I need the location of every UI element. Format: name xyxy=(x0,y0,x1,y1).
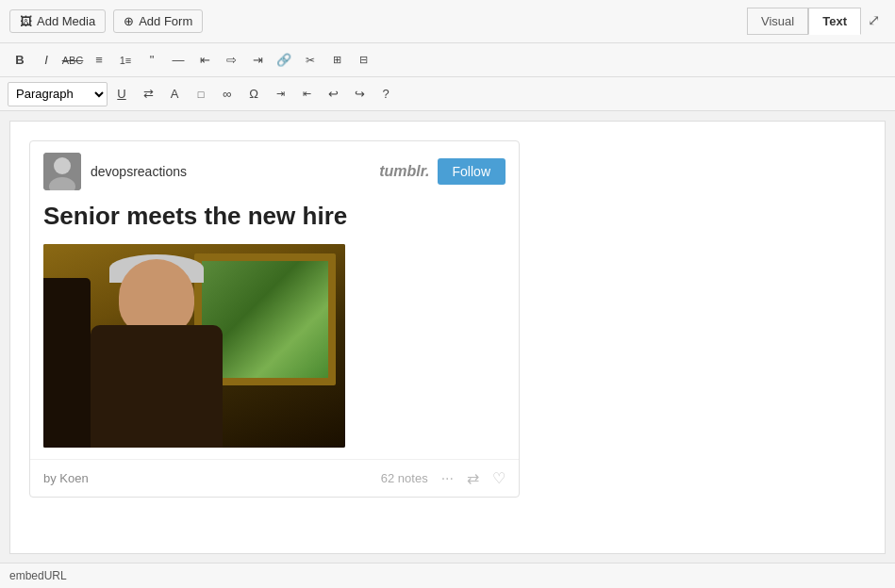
indent-button[interactable]: ⇥ xyxy=(268,82,292,106)
insert-more-button[interactable]: ⊞ xyxy=(324,48,349,73)
tumblr-username: devopsreactions xyxy=(91,164,187,179)
strikethrough-button[interactable]: ABC xyxy=(60,48,85,73)
underline-button[interactable]: U xyxy=(109,82,134,106)
tumblr-post-image xyxy=(43,244,345,448)
embed-url-label: embedURL xyxy=(9,569,67,582)
add-form-label: Add Form xyxy=(139,14,192,28)
main-person xyxy=(62,259,251,448)
top-toolbar: 🖼 Add Media ⊕ Add Form Visual Text ⤢ xyxy=(0,0,895,43)
add-media-label: Add Media xyxy=(37,14,95,28)
tumblr-brand: tumblr. Follow xyxy=(379,158,506,185)
tumblr-logo: tumblr. xyxy=(379,163,429,180)
unordered-list-button[interactable]: ≡ xyxy=(87,48,111,73)
like-icon[interactable]: ♡ xyxy=(492,469,506,487)
horizontal-rule-button[interactable]: — xyxy=(166,48,191,73)
italic-button[interactable]: I xyxy=(34,48,58,73)
tumblr-card-footer: by Koen 62 notes ··· ⇄ ♡ xyxy=(30,459,519,497)
bold-button[interactable]: B xyxy=(8,48,32,73)
tumblr-card-header: devopsreactions tumblr. Follow xyxy=(30,141,519,202)
align-right-button[interactable]: ⇥ xyxy=(245,48,270,73)
ordered-list-button[interactable]: 1≡ xyxy=(113,48,138,73)
kitchen-sink-button[interactable]: ⊟ xyxy=(351,48,375,73)
svg-point-1 xyxy=(54,157,71,174)
help-button[interactable]: ? xyxy=(373,82,398,106)
tumblr-card-body: Senior meets the new hire xyxy=(30,202,519,459)
tumblr-image-inner xyxy=(43,244,345,448)
undo-button[interactable]: ↩ xyxy=(321,82,345,106)
clear-formatting-button[interactable]: ∞ xyxy=(215,82,240,106)
add-media-button[interactable]: 🖼 Add Media xyxy=(9,9,106,33)
person-body xyxy=(91,325,223,448)
text-tab[interactable]: Text xyxy=(808,8,861,35)
link-button[interactable]: 🔗 xyxy=(272,48,296,73)
text-color-button[interactable]: A xyxy=(162,82,187,106)
top-toolbar-left: 🖼 Add Media ⊕ Add Form xyxy=(9,9,203,33)
status-bar: embedURL xyxy=(0,563,895,588)
add-form-button[interactable]: ⊕ Add Form xyxy=(113,9,203,33)
view-tabs: Visual Text ⤢ xyxy=(747,8,886,35)
outdent-button[interactable]: ⇤ xyxy=(294,82,319,106)
special-char-button[interactable]: Ω xyxy=(241,82,266,106)
format-toolbar-row2: Paragraph Heading 1 Heading 2 Heading 3 … xyxy=(0,77,895,111)
redo-button[interactable]: ↪ xyxy=(347,82,372,106)
tumblr-avatar xyxy=(43,153,81,190)
reblog-icon[interactable]: ⇄ xyxy=(467,469,479,487)
editor-area[interactable]: devopsreactions tumblr. Follow Senior me… xyxy=(9,121,886,554)
tumblr-user: devopsreactions xyxy=(43,153,187,190)
fullscreen-button[interactable]: ⤢ xyxy=(861,8,886,32)
paragraph-select[interactable]: Paragraph Heading 1 Heading 2 Heading 3 … xyxy=(8,82,108,106)
more-options-icon[interactable]: ··· xyxy=(441,470,454,487)
media-icon: 🖼 xyxy=(20,14,32,28)
align-center-button[interactable]: ⇨ xyxy=(219,48,243,73)
blockquote-button[interactable]: " xyxy=(140,48,164,73)
tumblr-embed-card: devopsreactions tumblr. Follow Senior me… xyxy=(29,140,520,498)
align-full-button[interactable]: ⇄ xyxy=(136,82,160,106)
unlink-button[interactable]: ✂ xyxy=(298,48,323,73)
paste-as-text-button[interactable]: □ xyxy=(189,82,213,106)
tumblr-post-title: Senior meets the new hire xyxy=(43,202,506,231)
person-head xyxy=(119,259,194,335)
follow-button[interactable]: Follow xyxy=(438,158,506,185)
format-toolbar-row1: B I ABC ≡ 1≡ " — ⇤ ⇨ ⇥ 🔗 ✂ ⊞ ⊟ xyxy=(0,43,895,77)
tumblr-footer-actions: 62 notes ··· ⇄ ♡ xyxy=(381,469,506,487)
align-left-button[interactable]: ⇤ xyxy=(192,48,217,73)
tumblr-author: by Koen xyxy=(43,471,89,485)
visual-tab[interactable]: Visual xyxy=(747,8,808,35)
form-icon: ⊕ xyxy=(124,14,134,28)
tumblr-notes: 62 notes xyxy=(381,471,428,485)
